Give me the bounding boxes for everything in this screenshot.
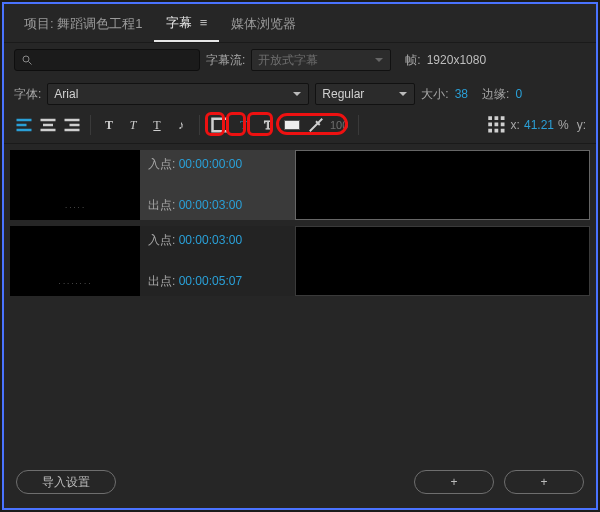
chevron-down-icon [398, 89, 408, 99]
svg-line-1 [29, 62, 32, 65]
align-center-icon[interactable] [38, 115, 58, 135]
svg-rect-13 [494, 116, 498, 120]
eyedropper-icon[interactable] [306, 115, 326, 135]
svg-rect-12 [488, 116, 492, 120]
separator [358, 115, 359, 135]
out-label: 出点: [148, 274, 175, 288]
search-input[interactable] [14, 49, 200, 71]
add-caption-button[interactable]: + [414, 470, 494, 494]
svg-rect-16 [494, 123, 498, 127]
caption-list: · · · · · 入点: 00:00:00:00 出点: 00:00:03:0… [4, 144, 596, 460]
font-weight-dropdown[interactable]: Regular [315, 83, 415, 105]
list-item[interactable]: · · · · · · · · 入点: 00:00:03:00 出点: 00:0… [10, 226, 590, 296]
stream-label: 字幕流: [206, 52, 245, 69]
stream-dropdown[interactable]: 开放式字幕 [251, 49, 391, 71]
fill-swatch-icon[interactable] [282, 115, 302, 135]
bold-icon[interactable]: T [99, 115, 119, 135]
caption-preview[interactable] [295, 226, 590, 296]
timecodes: 入点: 00:00:00:00 出点: 00:00:03:00 [140, 150, 295, 220]
x-label: x: [511, 118, 520, 132]
search-icon [21, 54, 33, 66]
font-row: 字体: Arial Regular 大小: 38 边缘: 0 [4, 77, 596, 111]
y-label: y: [577, 118, 586, 132]
caption-preview[interactable] [295, 150, 590, 220]
size-value[interactable]: 38 [455, 87, 468, 101]
tab-media-browser[interactable]: 媒体浏览器 [219, 9, 308, 41]
font-label: 字体: [14, 86, 41, 103]
anchor-grid-icon[interactable] [487, 115, 507, 135]
chevron-down-icon [374, 55, 384, 65]
svg-rect-15 [488, 123, 492, 127]
svg-rect-20 [500, 129, 504, 133]
tab-captions-label: 字幕 [166, 15, 192, 30]
align-left-icon[interactable] [14, 115, 34, 135]
bg-box-icon[interactable] [210, 115, 230, 135]
add-caption-alt-button[interactable]: + [504, 470, 584, 494]
outline-text-icon[interactable]: T [258, 115, 278, 135]
clip-thumbnail: · · · · · [10, 150, 140, 220]
separator [199, 115, 200, 135]
align-right-icon[interactable] [62, 115, 82, 135]
list-item[interactable]: · · · · · 入点: 00:00:00:00 出点: 00:00:03:0… [10, 150, 590, 220]
tab-project[interactable]: 项目: 舞蹈调色工程1 [12, 9, 154, 41]
panel-menu-icon[interactable]: ≡ [196, 15, 207, 30]
frame-value: 1920x1080 [427, 53, 486, 67]
toolbar: T T T ♪ T T 100 x: 41.21 % y: [4, 111, 596, 144]
tab-captions[interactable]: 字幕 ≡ [154, 8, 219, 42]
footer: 导入设置 + + [4, 460, 596, 508]
edge-label: 边缘: [482, 86, 509, 103]
panel-tabs: 项目: 舞蹈调色工程1 字幕 ≡ 媒体浏览器 [4, 4, 596, 43]
separator [90, 115, 91, 135]
out-timecode[interactable]: 00:00:05:07 [179, 274, 242, 288]
music-note-icon[interactable]: ♪ [171, 115, 191, 135]
stream-row: 字幕流: 开放式字幕 帧: 1920x1080 [4, 43, 596, 77]
x-value[interactable]: 41.21 [524, 118, 554, 132]
svg-rect-14 [500, 116, 504, 120]
in-label: 入点: [148, 233, 175, 247]
clip-thumbnail: · · · · · · · · [10, 226, 140, 296]
svg-rect-17 [500, 123, 504, 127]
in-timecode[interactable]: 00:00:03:00 [179, 233, 242, 247]
import-settings-button[interactable]: 导入设置 [16, 470, 116, 494]
edge-value[interactable]: 0 [515, 87, 522, 101]
out-timecode[interactable]: 00:00:03:00 [179, 198, 242, 212]
opacity-value[interactable]: 100 [330, 119, 348, 131]
in-timecode[interactable]: 00:00:00:00 [179, 157, 242, 171]
textcolor-icon[interactable]: T [234, 115, 254, 135]
chevron-down-icon [292, 89, 302, 99]
svg-rect-19 [494, 129, 498, 133]
font-dropdown[interactable]: Arial [47, 83, 309, 105]
stream-value: 开放式字幕 [258, 52, 318, 69]
frame-label: 帧: [405, 52, 420, 69]
italic-icon[interactable]: T [123, 115, 143, 135]
underline-icon[interactable]: T [147, 115, 167, 135]
svg-rect-18 [488, 129, 492, 133]
out-label: 出点: [148, 198, 175, 212]
font-value: Arial [54, 87, 78, 101]
font-weight-value: Regular [322, 87, 364, 101]
svg-point-0 [23, 56, 29, 62]
svg-rect-11 [213, 119, 228, 132]
pct-label: % [558, 118, 569, 132]
timecodes: 入点: 00:00:03:00 出点: 00:00:05:07 [140, 226, 295, 296]
in-label: 入点: [148, 157, 175, 171]
size-label: 大小: [421, 86, 448, 103]
